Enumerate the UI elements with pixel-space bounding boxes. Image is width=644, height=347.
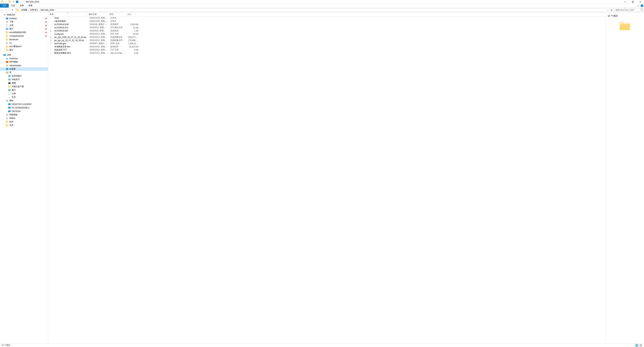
nav-forward-button[interactable] [4,8,8,12]
nav-item[interactable]: 图片📌 [0,27,48,31]
search-icon[interactable] [641,9,643,11]
file-row[interactable]: AUTORUN.ICO2015/5/10, 星期日 02...ICO 图片文件1… [48,26,606,29]
qat-dropdown-icon[interactable]: ▾ [20,0,22,3]
nav-item[interactable]: 视频 [0,81,48,85]
nav-item[interactable]: 文档 [0,92,48,95]
address-box[interactable]: › 此电脑 › 文档 (E:) › Win7x64_2020 › [15,8,614,12]
nav-item[interactable]: ⬇下载📌 [0,20,48,24]
nav-item[interactable]: 天翼云盘下载 [0,85,48,88]
details-pane: 12 个项目 [606,12,644,343]
file-row[interactable]: 硬盘安装教程.html2016/11/21, 星期一 2...360 se HT… [48,51,606,55]
nav-item[interactable]: ★快速访问 [0,13,48,16]
navigation-pane[interactable]: ★快速访问Desktop📌⬇下载📌文档📌图片📌excel表格制作求和📌YUNQI… [0,12,48,343]
nav-item[interactable]: 控制面板 [0,113,48,116]
nav-item[interactable]: win7重装win7 [0,45,48,48]
wps-icon[interactable] [16,0,18,3]
column-header-size[interactable]: 大小 [126,12,139,16]
nav-item[interactable]: Bandicam [0,38,48,41]
nav-item[interactable]: YUNQISHI2019📌 [0,34,48,38]
file-row[interactable]: 光盘说明.TXT2016/10/23, 星期日 0...TXT 文件5 KB [48,48,606,51]
file-name: 硬盘安装教程.html [54,52,71,54]
nav-item[interactable]: Administrator [0,64,48,67]
nav-item[interactable]: ZMT2019 [0,109,48,113]
chevron-right-icon[interactable]: › [19,9,21,11]
nav-item[interactable]: Desktop📌 [0,16,48,20]
nav-item[interactable]: ☁OneDrive [0,57,48,60]
nav-item[interactable]: excel表格制作求和📌 [0,31,48,34]
ribbon-collapse-icon[interactable] [636,4,640,7]
nav-item-label: 此电脑 [10,67,16,70]
undo-close-icon[interactable]: ✕ [12,0,15,3]
breadcrumb-item[interactable]: Win7x64_2020 [40,8,55,12]
file-type: ICO 图片文件 [109,26,127,29]
file-size: 1,926 KB [127,23,140,26]
search-box[interactable] [615,8,643,12]
file-type: 安装信息 [109,29,127,32]
close-button[interactable] [636,0,644,4]
address-history-dropdown[interactable] [606,8,609,12]
help-icon[interactable]: ? [641,4,643,7]
new-folder-icon[interactable] [8,0,11,3]
nav-item[interactable]: DESKTOP-LSSOEDP [0,102,48,106]
nav-up-button[interactable] [10,8,14,12]
nav-item[interactable]: WPS网盘 [0,60,48,64]
folder-icon [6,31,8,34]
minimize-button[interactable] [621,0,629,4]
nav-item[interactable]: 此电脑 [0,67,48,71]
chevron-right-icon[interactable]: › [28,9,29,11]
wps-icon [6,61,8,63]
maximize-button[interactable] [629,0,636,4]
column-header-name[interactable]: 名称 ▲ [48,12,87,16]
nav-item[interactable]: 图片 [0,48,48,52]
nav-item[interactable]: 桌面 [0,53,48,57]
file-row[interactable]: U盘安装教程2020/12/25, 星期五 1...文件夹 [48,20,606,23]
file-row[interactable]: Win7x64.gho2019/9/7, 星期六 19:...GHO 文件2,9… [48,42,606,45]
nav-item[interactable]: 图片 [0,88,48,92]
nav-recent-dropdown[interactable]: ▾ [8,8,10,12]
doc-icon [6,24,8,27]
folder-icon [6,38,8,41]
exe-icon [51,23,53,26]
nav-item[interactable]: 回收站 [0,116,48,120]
file-row[interactable]: pe_yqs_1064_20_07_31_16_04.iso2020/10/12… [48,35,606,39]
nav-item[interactable]: 🖧网络 [0,99,48,102]
ribbon-tab-share[interactable]: 共享 [18,4,26,7]
nav-back-button[interactable] [0,8,4,12]
breadcrumb-root-icon[interactable] [16,8,19,12]
nav-item-label: 回收站 [10,117,16,120]
view-large-icons-button[interactable] [639,344,643,347]
file-row[interactable]: Config.dat2020/10/12, 星期一 1...DAT 文件36 K… [48,32,606,35]
search-input[interactable] [616,9,641,11]
file-row[interactable]: AUTORUN.INF2015/5/10, 星期日 02...安装信息1 KB [48,29,606,32]
ribbon-tab-view[interactable]: 查看 [26,4,35,7]
refresh-button[interactable] [610,8,613,12]
video-icon [8,82,11,84]
desktop-icon [6,17,8,20]
ico-icon [51,26,53,29]
nav-item[interactable]: G:\ [0,41,48,45]
chevron-right-icon[interactable]: › [55,9,56,11]
ribbon-tab-home[interactable]: 主页 [9,4,18,7]
nav-item[interactable]: PC-20190530OBLA [0,106,48,109]
ribbon-tab-file[interactable]: 文件 [0,4,9,7]
nav-item[interactable]: 本机照片 [0,78,48,81]
column-header-date[interactable]: 修改日期 [87,12,108,16]
nav-item[interactable]: 文档📌 [0,24,48,27]
file-row[interactable]: pe_yqs_xp_20_07_31_15_53.iso2020/10/12, … [48,39,606,42]
column-header-type[interactable]: 类型 [108,12,126,16]
drive-icon [6,42,8,44]
file-row[interactable]: AUTORUN.EXE2016/1/8, 星期五 04:...应用程序1,926… [48,23,606,26]
nav-item[interactable]: 保存的图片 [0,74,48,78]
properties-icon[interactable]: ✓ [5,0,8,3]
chevron-right-icon[interactable]: › [38,9,40,11]
view-details-button[interactable] [635,344,639,347]
nav-item[interactable]: ♪音乐 [0,95,48,99]
nav-item[interactable]: 库 [0,71,48,74]
breadcrumb-item[interactable]: 此电脑 [21,8,28,12]
breadcrumb-item[interactable]: 文档 (E:) [29,8,38,12]
status-bar: 12 个项目 [0,343,644,347]
nav-item[interactable]: 软件 [0,120,48,124]
nav-item[interactable]: 文件 [0,124,48,127]
file-row[interactable]: Tools2020/12/25, 星期五 1...文件夹 [48,16,606,20]
file-row[interactable]: 本地硬盘安装.exe2020/10/12, 星期一 1...应用程序28,315… [48,45,606,48]
